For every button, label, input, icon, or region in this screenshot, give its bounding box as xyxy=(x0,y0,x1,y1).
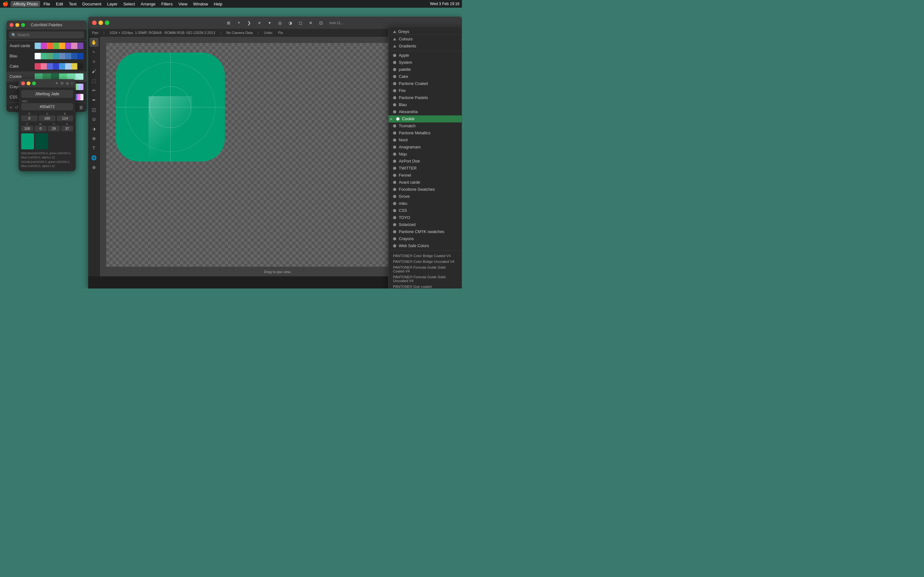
green-field[interactable] xyxy=(39,115,55,121)
dropdown-pantone-metallics[interactable]: Pantone Metallics xyxy=(389,129,462,137)
sparkle-icon[interactable]: ✦ xyxy=(55,81,58,85)
toolbar-halftone-btn[interactable]: ◑ xyxy=(286,18,295,27)
tool-zoom[interactable]: ⊕ xyxy=(89,163,99,172)
toolbar-grid2-btn[interactable]: ⊡ xyxy=(317,18,326,27)
toolbar-icon-label[interactable]: Icon (1... xyxy=(327,18,346,27)
color-name-field[interactable] xyxy=(21,90,73,98)
toolbar-crosshair-btn[interactable]: ⌖ xyxy=(234,18,244,27)
select-menu[interactable]: Select xyxy=(121,1,137,7)
dropdown-websafe[interactable]: Web Safe Colors xyxy=(389,242,462,250)
gear-icon[interactable]: ⚙ xyxy=(60,81,64,85)
dropdown-pantone-bridge-uncoated[interactable]: PANTONE® Color Bridge Uncoated V4 xyxy=(393,259,457,264)
settings-icon[interactable]: ⊕ xyxy=(66,81,69,85)
tool-paint[interactable]: 🖌 xyxy=(89,67,99,76)
color-close-button[interactable] xyxy=(21,81,25,85)
dropdown-css[interactable]: CSS xyxy=(389,207,462,214)
magenta-field[interactable] xyxy=(35,126,47,131)
dropdown-airport[interactable]: AirPort Disk xyxy=(389,158,462,165)
dropdown-twitter[interactable]: TWITTER xyxy=(389,165,462,172)
apple-menu[interactable]: 🍎 xyxy=(3,1,9,7)
file-menu[interactable]: File xyxy=(41,1,53,7)
tool-crop[interactable]: ⌗ xyxy=(89,57,99,66)
red-field[interactable] xyxy=(21,115,37,121)
tool-erase[interactable]: ◫ xyxy=(89,105,99,114)
tool-text[interactable]: T xyxy=(89,143,99,153)
toolbar-star-btn[interactable]: ✦ xyxy=(265,18,274,27)
reset-palette-button[interactable]: ↺ xyxy=(15,105,19,110)
dropdown-pantone-coated[interactable]: Pantone Coated xyxy=(389,80,462,87)
tool-vector[interactable]: ✏ xyxy=(89,86,99,95)
view-menu[interactable]: View xyxy=(176,1,190,7)
minimize-button[interactable] xyxy=(15,23,19,27)
tool-dodge[interactable]: ◑ xyxy=(89,124,99,133)
add-color-icon[interactable]: + xyxy=(71,81,73,85)
toolbar-menu-btn[interactable]: ≡ xyxy=(255,18,264,27)
close-button[interactable] xyxy=(10,23,13,27)
cyan-field[interactable] xyxy=(21,126,33,131)
dropdown-solarized[interactable]: Solarized xyxy=(389,221,462,228)
dropdown-crayons[interactable]: Crayons xyxy=(389,235,462,242)
dropdown-niqu[interactable]: Niqu xyxy=(389,151,462,158)
tool-blur[interactable]: ⊕ xyxy=(89,134,99,143)
layer-menu[interactable]: Layer xyxy=(105,1,120,7)
dropdown-blau[interactable]: Blau xyxy=(389,101,462,108)
hex-field[interactable] xyxy=(21,103,73,110)
dropdown-pantone-formula-solid-uncoated[interactable]: PANTONE® Formula Guide Solid Uncoated V4 xyxy=(393,274,457,284)
dropdown-apple[interactable]: Apple xyxy=(389,52,462,59)
list-item[interactable]: Blau xyxy=(6,51,87,61)
tool-pan[interactable]: ✋ xyxy=(89,38,99,47)
dropdown-palette[interactable]: palette xyxy=(389,66,462,73)
dropdown-pantone-formula-solid-coated[interactable]: PANTONE® Formula Guide Solid Coated V4 xyxy=(393,264,457,274)
tool-select[interactable]: ⬚ xyxy=(89,76,99,85)
filters-menu[interactable]: Filters xyxy=(159,1,175,7)
window-menu[interactable]: Window xyxy=(191,1,210,7)
dropdown-pantone-cmyk[interactable]: Pantone CMYK swatches xyxy=(389,228,462,235)
toolbar-close-btn[interactable]: ✕ xyxy=(306,18,315,27)
tool-globe[interactable]: 🌐 xyxy=(89,153,99,162)
dropdown-fennel[interactable]: Fennel xyxy=(389,172,462,179)
dropdown-fire[interactable]: Fire xyxy=(389,87,462,94)
dropdown-cake[interactable]: Cake xyxy=(389,73,462,80)
dropdown-gradients[interactable]: Gradients xyxy=(389,43,462,50)
toolbar-nav-btn[interactable]: ❯ xyxy=(245,18,254,27)
greys-label[interactable]: Greys xyxy=(398,29,409,34)
dropdown-toyo[interactable]: TOYO xyxy=(389,214,462,221)
add-palette-button[interactable]: + xyxy=(10,105,12,110)
toolbar-grid-btn[interactable]: ⊞ xyxy=(224,18,233,27)
yellow-field[interactable] xyxy=(48,126,60,131)
edit-menu[interactable]: Edit xyxy=(53,1,65,7)
toolbar-circle-btn[interactable]: ◎ xyxy=(276,18,284,27)
dropdown-alexandria[interactable]: Alexandria xyxy=(389,108,462,115)
dropdown-trumatch[interactable]: Trumatch xyxy=(389,122,462,129)
document-menu[interactable]: Document xyxy=(80,1,104,7)
list-item[interactable]: Avant carde xyxy=(6,41,87,51)
delete-palette-button[interactable]: 🗑 xyxy=(79,105,83,110)
af-close-button[interactable] xyxy=(92,21,97,25)
arrange-menu[interactable]: Arrange xyxy=(138,1,158,7)
text-menu[interactable]: Text xyxy=(66,1,79,7)
dropdown-focoltone[interactable]: Focoltone Swatches xyxy=(389,186,462,193)
blue-field[interactable] xyxy=(57,115,73,121)
tool-cursor[interactable]: ↖ xyxy=(89,47,99,56)
dropdown-pantone-pastels[interactable]: Pantone Pastels xyxy=(389,94,462,101)
key-field[interactable] xyxy=(61,126,73,131)
app-name-menu[interactable]: Affinity Photo xyxy=(11,1,40,7)
dropdown-colours[interactable]: Colours xyxy=(389,35,462,43)
dropdown-pantone-bridge-coated[interactable]: PANTONE® Color Bridge Coated V4 xyxy=(393,253,457,259)
dropdown-grove[interactable]: Grove xyxy=(389,193,462,200)
help-menu[interactable]: Help xyxy=(211,1,225,7)
dropdown-nord[interactable]: Nord xyxy=(389,137,462,143)
search-box[interactable]: 🔍 Search xyxy=(9,31,84,39)
dropdown-miku[interactable]: miku xyxy=(389,200,462,207)
af-max-button[interactable] xyxy=(105,21,110,25)
list-item[interactable]: Cake xyxy=(6,61,87,71)
toolbar-rect-btn[interactable]: ◻ xyxy=(296,18,305,27)
tool-clone[interactable]: ⊙ xyxy=(89,115,99,124)
dropdown-system[interactable]: System xyxy=(389,59,462,66)
tool-pencil[interactable]: ✒ xyxy=(89,95,99,105)
dropdown-anagramam[interactable]: Anagramam xyxy=(389,143,462,151)
maximize-button[interactable] xyxy=(21,23,25,27)
dropdown-avant-carde[interactable]: Avant carde xyxy=(389,179,462,186)
dropdown-pantone-goe-coated[interactable]: PANTONE® Goe coated xyxy=(393,284,457,288)
color-min-button[interactable] xyxy=(27,81,31,85)
